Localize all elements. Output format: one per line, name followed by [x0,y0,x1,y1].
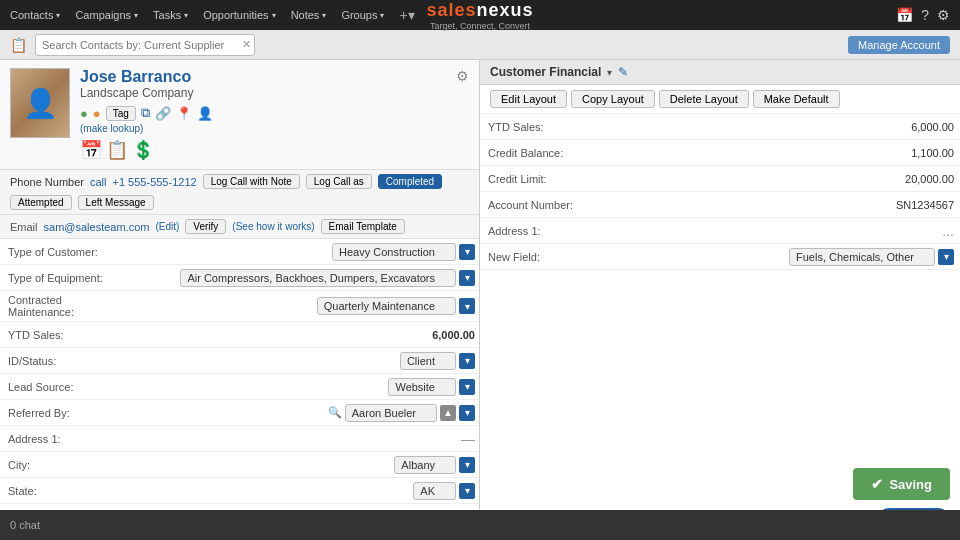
secondary-bar: 📋 ✕ Manage Account [0,30,960,60]
contracted-maintenance-dropdown[interactable]: ▾ [459,298,475,314]
referred-by-dropdown[interactable]: ▾ [459,405,475,421]
contracted-maintenance-value: Quarterly Maintenance [317,297,456,315]
email-edit-link[interactable]: (Edit) [155,221,179,232]
see-how-link[interactable]: (See how it works) [232,221,314,232]
type-of-customer-value: Heavy Construction [332,243,456,261]
task-action-icon[interactable]: 📋 [106,139,128,161]
location-icon[interactable]: 📍 [176,106,192,121]
site-logo: salesnexus Target, Connect, Convert [426,0,533,31]
type-of-equipment-value: Air Compressors, Backhoes, Dumpers, Exca… [180,269,456,287]
copy-icon[interactable]: ⧉ [141,105,150,121]
referred-by-up-arrow[interactable]: ▲ [440,405,456,421]
field-contracted-maintenance: Contracted Maintenance: Quarterly Mainte… [0,291,479,322]
id-status-value: Client [400,352,456,370]
contact-gear-icon[interactable]: ⚙ [456,68,469,84]
rf-account-number: Account Number: SN1234567 [480,192,960,218]
field-address1: Address 1: — [0,426,479,452]
nav-notes[interactable]: Notes ▾ [291,9,327,21]
person-icon[interactable]: 👤 [197,106,213,121]
verify-button[interactable]: Verify [185,219,226,234]
top-navigation: Contacts ▾ Campaigns ▾ Tasks ▾ Opportuni… [0,0,960,30]
dollar-action-icon[interactable]: 💲 [132,139,154,161]
call-link[interactable]: call [90,176,107,188]
search-input[interactable] [35,34,255,56]
panel-header: Customer Financial ▾ ✎ [480,60,960,85]
field-type-of-customer: Type of Customer: Heavy Construction ▾ [0,239,479,265]
make-default-button[interactable]: Make Default [753,90,840,108]
nav-campaigns[interactable]: Campaigns ▾ [75,9,138,21]
type-of-equipment-dropdown[interactable]: ▾ [459,270,475,286]
field-id-status: ID/Status: Client ▾ [0,348,479,374]
email-template-button[interactable]: Email Template [321,219,405,234]
calendar-action-icon[interactable]: 📅 [80,139,102,161]
new-field-dropdown[interactable]: ▾ [938,249,954,265]
saving-toast: ✔ Saving [853,468,950,500]
nav-contacts[interactable]: Contacts ▾ [10,9,60,21]
left-panel: 👤 Jose Barranco Landscape Company ● ● Ta… [0,60,480,540]
copy-layout-button[interactable]: Copy Layout [571,90,655,108]
attempted-button[interactable]: Attempted [10,195,72,210]
nav-right-icons: 📅 ? ⚙ [896,7,950,23]
contact-status-green-icon[interactable]: ● [80,106,88,121]
delete-layout-button[interactable]: Delete Layout [659,90,749,108]
nav-add-icon[interactable]: +▾ [399,7,414,23]
referred-by-value: Aaron Bueler [345,404,437,422]
email-label: Email [10,221,38,233]
log-call-with-note-button[interactable]: Log Call with Note [203,174,300,189]
city-value: Albany [394,456,456,474]
panel-edit-icon[interactable]: ✎ [618,65,628,79]
lead-source-value: Website [388,378,456,396]
nav-groups[interactable]: Groups ▾ [341,9,384,21]
contact-company: Landscape Company [80,86,446,100]
rf-new-field: New Field: Fuels, Chemicals, Other ▾ [480,244,960,270]
right-form: YTD Sales: 6,000.00 Credit Balance: 1,10… [480,114,960,270]
search-wrap: ✕ [35,34,255,56]
city-dropdown[interactable]: ▾ [459,457,475,473]
field-city: City: Albany ▾ [0,452,479,478]
make-lookup-link[interactable]: (make lookup) [80,121,446,135]
notes-arrow-icon: ▾ [322,11,326,20]
chat-count-label: 0 chat [10,519,40,531]
type-of-customer-dropdown[interactable]: ▾ [459,244,475,260]
rf-ytd-sales: YTD Sales: 6,000.00 [480,114,960,140]
field-ytd-sales: YTD Sales: 6,000.00 [0,322,479,348]
left-message-button[interactable]: Left Message [78,195,154,210]
settings-icon[interactable]: ⚙ [937,7,950,23]
panel-toolbar: Edit Layout Copy Layout Delete Layout Ma… [480,85,960,114]
notification-icon[interactable]: 📋 [10,37,27,53]
main-wrapper: 👤 Jose Barranco Landscape Company ● ● Ta… [0,60,960,540]
contact-name: Jose Barranco [80,68,446,86]
contact-status-orange-icon[interactable]: ● [93,106,101,121]
search-clear-icon[interactable]: ✕ [242,38,251,51]
tasks-arrow-icon: ▾ [184,11,188,20]
link-icon[interactable]: 🔗 [155,106,171,121]
panel-title: Customer Financial [490,65,601,79]
rf-credit-balance-value: 1,100.00 [590,147,960,159]
calendar-icon[interactable]: 📅 [896,7,913,23]
bottom-bar: 0 chat [0,510,960,540]
state-dropdown[interactable]: ▾ [459,483,475,499]
groups-arrow-icon: ▾ [380,11,384,20]
edit-layout-button[interactable]: Edit Layout [490,90,567,108]
lead-source-dropdown[interactable]: ▾ [459,379,475,395]
email-address[interactable]: sam@salesteam.com [44,221,150,233]
id-status-dropdown[interactable]: ▾ [459,353,475,369]
panel-chevron-icon[interactable]: ▾ [607,67,612,78]
completed-button[interactable]: Completed [378,174,442,189]
field-type-of-equipment: Type of Equipment: Air Compressors, Back… [0,265,479,291]
phone-number: +1 555-555-1212 [113,176,197,188]
email-bar: Email sam@salesteam.com (Edit) Verify (S… [0,215,479,239]
nav-tasks[interactable]: Tasks ▾ [153,9,188,21]
contacts-arrow-icon: ▾ [56,11,60,20]
referred-search-icon: 🔍 [328,406,342,419]
rf-credit-limit: Credit Limit: 20,000.00 [480,166,960,192]
contact-actions: ● ● Tag ⧉ 🔗 📍 👤 [80,105,446,121]
field-state: State: AK ▾ [0,478,479,504]
log-call-as-button[interactable]: Log Call as [306,174,372,189]
help-icon[interactable]: ? [921,7,929,23]
tag-button[interactable]: Tag [106,106,136,121]
campaigns-arrow-icon: ▾ [134,11,138,20]
rf-credit-limit-value: 20,000.00 [590,173,960,185]
nav-opportunities[interactable]: Opportunities ▾ [203,9,275,21]
manage-account-button[interactable]: Manage Account [848,36,950,54]
